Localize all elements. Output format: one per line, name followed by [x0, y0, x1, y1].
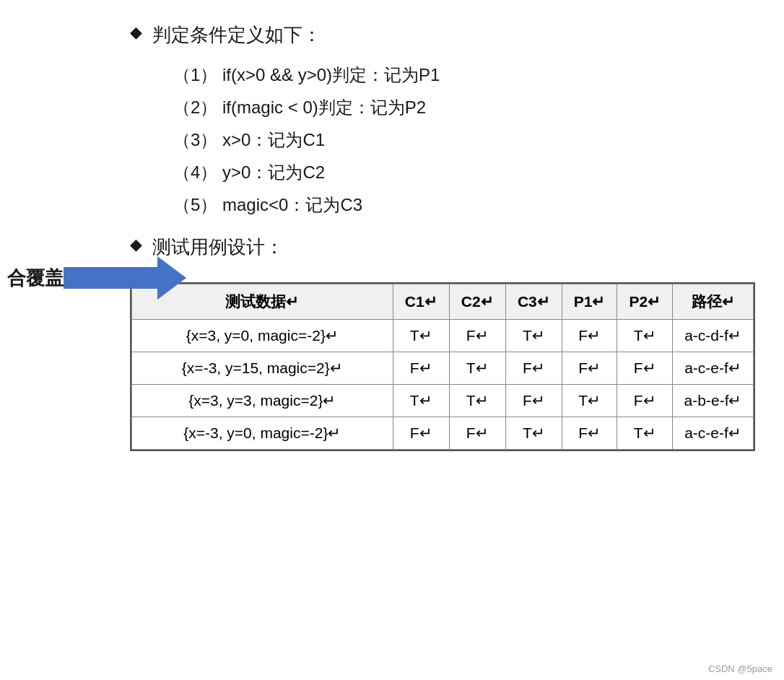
cell-c2-2: T↵ [449, 352, 505, 384]
header-c2: C2↵ [449, 284, 505, 319]
watermark: CSDN @5pace [708, 663, 772, 674]
cell-p2-3: F↵ [617, 384, 673, 417]
cell-c3-3: F↵ [505, 384, 562, 417]
header-p2: P2↵ [617, 284, 673, 319]
bullet-section-1: ◆ 判定条件定义如下： （1） if(x>0 && y>0)判定：记为P1 （2… [130, 22, 755, 219]
page-container: 合覆盖 ◆ 判定条件定义如下： （1） if(x>0 && y>0)判定：记为P… [0, 0, 784, 680]
svg-marker-0 [64, 256, 186, 300]
bullet-diamond-2: ◆ [130, 235, 142, 254]
table-container: 测试数据↵ C1↵ C2↵ C3↵ P1↵ P2↵ 路径↵ {x=3, y=0,… [130, 282, 755, 451]
header-c1: C1↵ [393, 284, 449, 319]
table-row: {x=3, y=3, magic=2}↵ T↵ T↵ F↵ T↵ F↵ a-b-… [132, 384, 754, 417]
condition-item-1: （1） if(x>0 && y>0)判定：记为P1 [173, 61, 755, 90]
bullet-diamond-1: ◆ [130, 23, 142, 42]
condition-item-2: （2） if(magic < 0)判定：记为P2 [173, 93, 755, 123]
table-row: {x=-3, y=0, magic=-2}↵ F↵ F↵ T↵ F↵ T↵ a-… [132, 417, 754, 449]
cell-path-2: a-c-e-f↵ [673, 352, 754, 384]
cell-p1-1: F↵ [562, 319, 617, 352]
cell-c2-4: F↵ [449, 417, 505, 449]
cell-p1-3: T↵ [562, 384, 617, 417]
condition-item-3: （3） x>0：记为C1 [173, 126, 755, 155]
condition-item-5: （5） magic<0：记为C3 [173, 191, 755, 220]
cell-data-4: {x=-3, y=0, magic=-2}↵ [132, 417, 393, 449]
bullet-item-2: ◆ 测试用例设计： [130, 234, 755, 260]
cell-c2-1: F↵ [449, 319, 505, 352]
cell-p2-1: T↵ [617, 319, 673, 352]
direction-arrow [64, 256, 186, 300]
cell-c3-1: T↵ [505, 319, 562, 352]
arrow-overlay: 合覆盖 [0, 256, 186, 300]
cell-c2-3: T↵ [449, 384, 505, 417]
cell-path-4: a-c-e-f↵ [673, 417, 754, 449]
bullet-item-1: ◆ 判定条件定义如下： [130, 22, 755, 48]
header-p1: P1↵ [562, 284, 617, 319]
table-header: 测试数据↵ C1↵ C2↵ C3↵ P1↵ P2↵ 路径↵ [132, 284, 754, 319]
bullet-section-2: ◆ 测试用例设计： [130, 234, 755, 260]
cell-path-3: a-b-e-f↵ [673, 384, 754, 417]
cell-c1-4: F↵ [393, 417, 449, 449]
header-path: 路径↵ [673, 284, 754, 319]
cell-data-3: {x=3, y=3, magic=2}↵ [132, 384, 393, 417]
cell-c1-2: F↵ [393, 352, 449, 384]
cell-data-2: {x=-3, y=15, magic=2}↵ [132, 352, 393, 384]
content-area: ◆ 判定条件定义如下： （1） if(x>0 && y>0)判定：记为P1 （2… [130, 22, 755, 451]
bullet-text-1: 判定条件定义如下： [152, 22, 321, 48]
cell-c3-2: F↵ [505, 352, 562, 384]
table-body: {x=3, y=0, magic=-2}↵ T↵ F↵ T↵ F↵ T↵ a-c… [132, 319, 754, 449]
cell-p1-2: F↵ [562, 352, 617, 384]
cell-path-1: a-c-d-f↵ [673, 319, 754, 352]
cell-c1-3: T↵ [393, 384, 449, 417]
cell-c3-4: T↵ [505, 417, 562, 449]
cell-p1-4: F↵ [562, 417, 617, 449]
header-row: 测试数据↵ C1↵ C2↵ C3↵ P1↵ P2↵ 路径↵ [132, 284, 754, 319]
arrow-label: 合覆盖 [0, 266, 64, 291]
table-row: {x=3, y=0, magic=-2}↵ T↵ F↵ T↵ F↵ T↵ a-c… [132, 319, 754, 352]
cell-data-1: {x=3, y=0, magic=-2}↵ [132, 319, 393, 352]
cell-p2-4: T↵ [617, 417, 673, 449]
cell-c1-1: T↵ [393, 319, 449, 352]
conditions-list: （1） if(x>0 && y>0)判定：记为P1 （2） if(magic <… [173, 61, 755, 219]
condition-item-4: （4） y>0：记为C2 [173, 158, 755, 188]
test-cases-table: 测试数据↵ C1↵ C2↵ C3↵ P1↵ P2↵ 路径↵ {x=3, y=0,… [131, 284, 754, 450]
header-c3: C3↵ [505, 284, 562, 319]
cell-p2-2: F↵ [617, 352, 673, 384]
table-row: {x=-3, y=15, magic=2}↵ F↵ T↵ F↵ F↵ F↵ a-… [132, 352, 754, 384]
